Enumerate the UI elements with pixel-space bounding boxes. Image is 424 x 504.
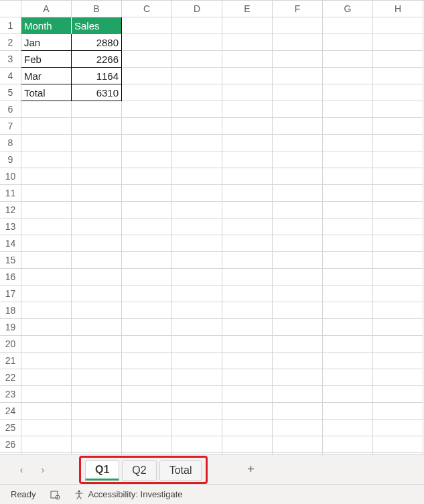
sheet-tab-q1[interactable]: Q1: [85, 460, 119, 481]
cell-G17[interactable]: [323, 286, 373, 302]
cell-C26[interactable]: [122, 436, 172, 453]
cell-H16[interactable]: [373, 269, 423, 286]
cell-E16[interactable]: [222, 269, 273, 286]
column-header-h[interactable]: H: [373, 1, 423, 17]
cell-H13[interactable]: [373, 218, 423, 235]
row-header-7[interactable]: 7: [0, 118, 21, 135]
cell-A9[interactable]: [21, 151, 72, 168]
cell-C19[interactable]: [122, 319, 172, 336]
cell-B9[interactable]: [72, 151, 122, 168]
cell-F23[interactable]: [273, 386, 323, 403]
cell-D7[interactable]: [172, 118, 222, 135]
cell-G9[interactable]: [323, 151, 373, 168]
cell-C1[interactable]: [122, 17, 172, 34]
cell-D11[interactable]: [172, 185, 222, 202]
cell-A18[interactable]: [21, 302, 72, 319]
cell-F19[interactable]: [273, 319, 323, 336]
cell-G19[interactable]: [323, 319, 373, 336]
row-header-6[interactable]: 6: [0, 101, 21, 118]
column-header-e[interactable]: E: [222, 1, 273, 17]
cell-H21[interactable]: [373, 353, 423, 369]
cell-B7[interactable]: [72, 118, 122, 135]
cell-F9[interactable]: [273, 151, 323, 168]
cell-G4[interactable]: [323, 68, 373, 84]
cell-B8[interactable]: [72, 135, 122, 151]
cell-F16[interactable]: [273, 269, 323, 286]
cell-A7[interactable]: [21, 118, 72, 135]
cell-F5[interactable]: [273, 84, 323, 101]
cell-A13[interactable]: [21, 218, 72, 235]
cell-H8[interactable]: [373, 135, 423, 151]
cell-G25[interactable]: [323, 420, 373, 436]
cell-B3[interactable]: 2266: [72, 51, 122, 68]
cell-H18[interactable]: [373, 302, 423, 319]
row-header-2[interactable]: 2: [0, 34, 21, 51]
cell-F12[interactable]: [273, 202, 323, 218]
cell-H9[interactable]: [373, 151, 423, 168]
row-header-19[interactable]: 19: [0, 319, 21, 336]
cell-D20[interactable]: [172, 336, 222, 353]
cell-H20[interactable]: [373, 336, 423, 353]
cell-C22[interactable]: [122, 369, 172, 386]
cell-H11[interactable]: [373, 185, 423, 202]
cell-C11[interactable]: [122, 185, 172, 202]
cell-E5[interactable]: [222, 84, 273, 101]
cell-C18[interactable]: [122, 302, 172, 319]
cell-H4[interactable]: [373, 68, 423, 84]
cell-F15[interactable]: [273, 252, 323, 269]
cell-C3[interactable]: [122, 51, 172, 68]
sheet-tab-q2[interactable]: Q2: [122, 460, 156, 481]
cell-B2[interactable]: 2880: [72, 34, 122, 51]
cell-E18[interactable]: [222, 302, 273, 319]
cell-D2[interactable]: [172, 34, 222, 51]
cell-D8[interactable]: [172, 135, 222, 151]
sheet-nav-prev[interactable]: ‹: [12, 460, 31, 479]
cell-F26[interactable]: [273, 436, 323, 453]
cell-H14[interactable]: [373, 235, 423, 252]
cell-B1[interactable]: Sales: [72, 17, 122, 34]
cell-G13[interactable]: [323, 218, 373, 235]
cell-F3[interactable]: [273, 51, 323, 68]
cell-E20[interactable]: [222, 336, 273, 353]
macro-record-icon[interactable]: [50, 489, 60, 500]
cell-H23[interactable]: [373, 386, 423, 403]
cell-E9[interactable]: [222, 151, 273, 168]
cell-C4[interactable]: [122, 68, 172, 84]
row-header-24[interactable]: 24: [0, 403, 21, 420]
sheet-nav-next[interactable]: ›: [33, 460, 52, 479]
cell-B17[interactable]: [72, 286, 122, 302]
cell-E21[interactable]: [222, 353, 273, 369]
row-header-13[interactable]: 13: [0, 218, 21, 235]
cell-B18[interactable]: [72, 302, 122, 319]
cell-G20[interactable]: [323, 336, 373, 353]
cell-H26[interactable]: [373, 436, 423, 453]
cell-F7[interactable]: [273, 118, 323, 135]
cell-H15[interactable]: [373, 252, 423, 269]
cell-D21[interactable]: [172, 353, 222, 369]
cell-A3[interactable]: Feb: [21, 51, 72, 68]
cell-D9[interactable]: [172, 151, 222, 168]
cell-C8[interactable]: [122, 135, 172, 151]
cell-G2[interactable]: [323, 34, 373, 51]
cell-A8[interactable]: [21, 135, 72, 151]
cell-A11[interactable]: [21, 185, 72, 202]
row-header-25[interactable]: 25: [0, 420, 21, 436]
cell-A22[interactable]: [21, 369, 72, 386]
cell-F6[interactable]: [273, 101, 323, 118]
cell-D12[interactable]: [172, 202, 222, 218]
cell-B13[interactable]: [72, 218, 122, 235]
cell-B19[interactable]: [72, 319, 122, 336]
cell-E17[interactable]: [222, 286, 273, 302]
row-header-14[interactable]: 14: [0, 235, 21, 252]
cell-B15[interactable]: [72, 252, 122, 269]
row-header-17[interactable]: 17: [0, 286, 21, 302]
cell-A17[interactable]: [21, 286, 72, 302]
cell-E23[interactable]: [222, 386, 273, 403]
row-header-11[interactable]: 11: [0, 185, 21, 202]
cell-H22[interactable]: [373, 369, 423, 386]
row-header-15[interactable]: 15: [0, 252, 21, 269]
cell-G11[interactable]: [323, 185, 373, 202]
cell-A23[interactable]: [21, 386, 72, 403]
cell-E7[interactable]: [222, 118, 273, 135]
row-header-5[interactable]: 5: [0, 84, 21, 101]
